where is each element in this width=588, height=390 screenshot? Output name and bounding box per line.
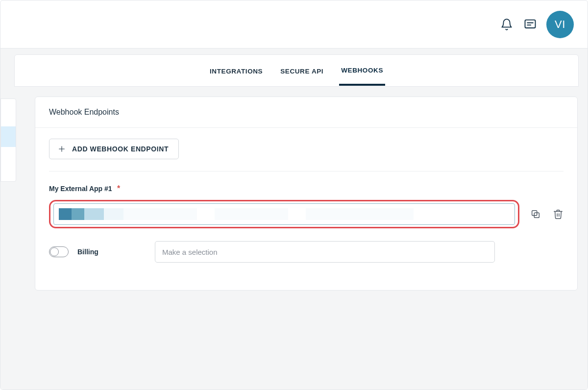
panel-title: Webhook Endpoints — [35, 97, 577, 128]
endpoint-label: My External App #1 — [49, 185, 112, 193]
masked-segment — [123, 208, 197, 220]
sidebar-active-indicator — [1, 126, 16, 147]
top-bar: VI — [0, 0, 588, 49]
endpoint-url-input[interactable] — [53, 203, 515, 225]
endpoint-input-row — [49, 200, 564, 228]
notifications-icon[interactable] — [499, 17, 514, 32]
add-webhook-label: ADD WEBHOOK ENDPOINT — [72, 145, 169, 153]
masked-segment — [72, 208, 84, 220]
svg-rect-0 — [525, 20, 536, 27]
app-frame: VI INTEGRATIONS SECURE API WEBHOOKS Webh… — [0, 0, 588, 390]
tabstrip: INTEGRATIONS SECURE API WEBHOOKS — [14, 54, 579, 87]
columns: Webhook Endpoints ADD WEBHOOK ENDPOINT M… — [0, 87, 588, 291]
billing-select-placeholder: Make a selection — [162, 248, 218, 256]
panel-body: ADD WEBHOOK ENDPOINT My External App #1 … — [35, 128, 577, 263]
tab-integrations[interactable]: INTEGRATIONS — [208, 57, 265, 85]
messages-icon[interactable] — [523, 17, 538, 32]
avatar-initials: VI — [555, 18, 565, 31]
billing-option-row: Billing Make a selection — [49, 241, 564, 263]
body-area: Webhook Endpoints ADD WEBHOOK ENDPOINT M… — [0, 87, 588, 390]
masked-segment — [104, 208, 123, 220]
add-webhook-button[interactable]: ADD WEBHOOK ENDPOINT — [49, 139, 179, 159]
toggle-knob — [50, 247, 59, 256]
endpoint-actions — [530, 209, 564, 219]
billing-toggle[interactable] — [49, 246, 69, 257]
sidebar-card — [0, 98, 16, 182]
billing-label: Billing — [77, 248, 146, 256]
masked-segment — [215, 208, 288, 220]
tabstrip-container: INTEGRATIONS SECURE API WEBHOOKS — [0, 49, 588, 87]
masked-segment — [306, 208, 414, 220]
masked-segment — [84, 208, 104, 220]
required-indicator: * — [117, 184, 120, 193]
user-avatar[interactable]: VI — [546, 11, 574, 38]
divider — [49, 171, 564, 171]
main-column: Webhook Endpoints ADD WEBHOOK ENDPOINT M… — [17, 87, 588, 291]
billing-select[interactable]: Make a selection — [155, 241, 495, 263]
plus-icon — [57, 145, 66, 153]
endpoint-label-row: My External App #1 * — [49, 184, 564, 193]
sidebar-sliver — [0, 87, 17, 291]
tab-secure-api[interactable]: SECURE API — [278, 57, 325, 85]
webhooks-panel: Webhook Endpoints ADD WEBHOOK ENDPOINT M… — [35, 97, 578, 291]
endpoint-highlight — [49, 200, 519, 228]
delete-icon[interactable] — [553, 209, 564, 219]
masked-segment — [59, 208, 72, 220]
copy-icon[interactable] — [530, 209, 541, 219]
tab-webhooks[interactable]: WEBHOOKS — [339, 56, 385, 86]
